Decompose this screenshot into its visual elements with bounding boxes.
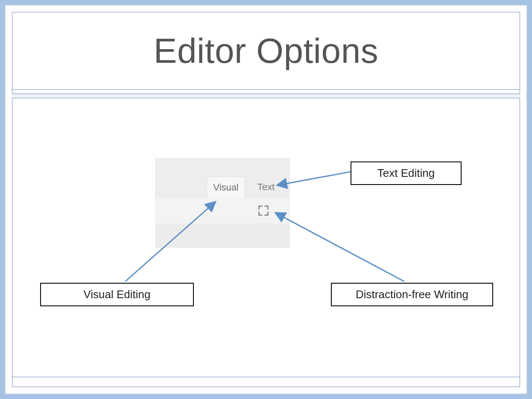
- distraction-free-button[interactable]: [257, 205, 269, 217]
- fullscreen-icon: [257, 205, 269, 217]
- callout-distraction-free: Distraction-free Writing: [331, 283, 493, 306]
- slide-footer-strip: [12, 377, 520, 387]
- tab-visual-label: Visual: [213, 182, 239, 193]
- slide-inner-frame: Editor Options Visual Text: [12, 12, 520, 387]
- editor-toolbar-row: [155, 198, 290, 223]
- callout-text-label: Text Editing: [377, 167, 435, 179]
- editor-lower-area: [155, 223, 290, 248]
- callout-visual-label: Visual Editing: [83, 288, 150, 301]
- callout-text-editing: Text Editing: [351, 161, 462, 185]
- slide-body: Visual Text: [12, 98, 520, 377]
- slide-outer-frame: Editor Options Visual Text: [5, 5, 527, 394]
- title-container: Editor Options: [12, 12, 520, 90]
- tab-text[interactable]: Text: [247, 176, 285, 198]
- tab-visual[interactable]: Visual: [207, 176, 245, 198]
- editor-tabs-snippet: Visual Text: [155, 158, 290, 248]
- svg-line-2: [276, 213, 404, 282]
- callout-visual-editing: Visual Editing: [40, 283, 194, 306]
- callout-distraction-free-label: Distraction-free Writing: [356, 288, 468, 301]
- tab-text-label: Text: [257, 182, 275, 193]
- slide-title: Editor Options: [154, 31, 379, 71]
